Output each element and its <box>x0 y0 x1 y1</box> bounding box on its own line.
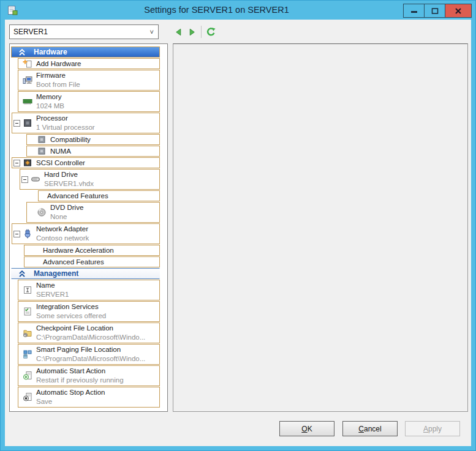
item-sublabel: Some services offered <box>36 311 106 321</box>
item-label: Automatic Stop Action <box>36 388 105 397</box>
memory-icon <box>23 97 32 106</box>
item-sublabel: SERVER1 <box>36 290 69 299</box>
sidebar-item-automatic-start-action[interactable]: Automatic Start Action Restart if previo… <box>18 365 160 386</box>
automatic-start-action-icon <box>23 371 32 381</box>
toolbar-separator <box>201 26 202 38</box>
item-label: DVD Drive <box>50 203 83 212</box>
checkpoint-file-location-icon <box>23 328 32 338</box>
item-sublabel: SERVER1.vhdx <box>44 179 94 188</box>
settings-window: Settings for SERVER1 on SERVER1 SERVER1 … <box>0 0 476 451</box>
item-label: Advanced Features <box>47 192 108 201</box>
server-selector[interactable]: SERVER1 ˅ <box>9 24 159 39</box>
name-icon <box>23 285 32 295</box>
item-label: Automatic Start Action <box>36 367 124 376</box>
sidebar-item-firmware[interactable]: Firmware Boot from File <box>18 70 160 91</box>
forward-arrow-icon <box>187 28 197 37</box>
settings-sidebar: Hardware Add Hardware Firmware <box>9 43 168 412</box>
item-label: Hard Drive <box>44 170 94 179</box>
collapse-expander-icon[interactable] <box>13 160 20 166</box>
settings-content-pane <box>173 43 468 412</box>
item-sublabel: None <box>50 212 83 222</box>
section-label: Management <box>34 269 78 278</box>
network-adapter-icon <box>23 229 32 239</box>
compatibility-icon <box>37 135 47 144</box>
maximize-icon <box>431 7 439 15</box>
automatic-stop-action-icon <box>23 392 32 402</box>
sidebar-item-name[interactable]: Name SERVER1 <box>18 280 160 300</box>
collapse-chevron-icon <box>19 270 25 277</box>
item-sublabel: Save <box>36 397 105 406</box>
server-selector-value: SERVER1 <box>13 28 48 36</box>
item-sublabel: C:\ProgramData\Microsoft\Windo... <box>36 354 145 363</box>
item-label: Checkpoint File Location <box>36 324 145 333</box>
refresh-icon <box>206 27 216 37</box>
item-sublabel: 1024 MB <box>36 102 64 111</box>
item-label: Name <box>36 281 69 290</box>
hard-drive-icon <box>31 174 40 184</box>
minimize-button[interactable] <box>403 4 425 18</box>
chevron-down-icon: ˅ <box>150 28 154 35</box>
item-sublabel: Restart if previously running <box>36 376 124 385</box>
sidebar-item-network-adapter[interactable]: Network Adapter Contoso network <box>12 223 160 244</box>
sidebar-item-advanced-features-network[interactable]: Advanced Features <box>24 256 160 267</box>
item-sublabel: 1 Virtual processor <box>36 123 95 132</box>
sidebar-item-integration-services[interactable]: Integration Services Some services offer… <box>18 301 160 322</box>
item-label: Smart Paging File Location <box>36 345 145 354</box>
item-sublabel: Contoso network <box>36 234 89 243</box>
titlebar: Settings for SERVER1 on SERVER1 <box>1 1 475 20</box>
scsi-controller-icon <box>23 158 32 168</box>
sidebar-item-hardware-acceleration[interactable]: Hardware Acceleration <box>24 245 160 256</box>
refresh-button[interactable] <box>204 25 217 39</box>
back-arrow-icon <box>174 28 183 37</box>
item-label: Advanced Features <box>43 258 104 267</box>
ok-button[interactable]: OK <box>279 421 334 436</box>
sidebar-item-dvd-drive[interactable]: DVD Drive None <box>26 202 160 223</box>
item-sublabel: C:\ProgramData\Microsoft\Windo... <box>36 333 145 342</box>
collapse-expander-icon[interactable] <box>21 176 28 183</box>
section-header-management[interactable]: Management <box>11 268 160 279</box>
section-label: Hardware <box>34 48 67 56</box>
sidebar-item-numa[interactable]: NUMA <box>26 146 160 157</box>
apply-button: Apply <box>405 421 460 436</box>
collapse-expander-icon[interactable] <box>13 231 20 237</box>
cancel-button[interactable]: Cancel <box>342 421 398 436</box>
sidebar-item-compatibility[interactable]: Compatibility <box>26 134 160 145</box>
close-icon <box>455 7 462 15</box>
item-label: Compatibility <box>50 135 91 144</box>
navigate-forward-button[interactable] <box>185 25 198 39</box>
window-title: Settings for SERVER1 on SERVER1 <box>37 1 396 20</box>
item-label: SCSI Controller <box>36 158 85 168</box>
close-button[interactable] <box>445 4 472 18</box>
item-label: Firmware <box>36 71 80 80</box>
sidebar-item-add-hardware[interactable]: Add Hardware <box>18 58 160 69</box>
collapse-expander-icon[interactable] <box>13 120 20 127</box>
sidebar-item-hard-drive[interactable]: Hard Drive SERVER1.vhdx <box>20 169 160 190</box>
sidebar-item-scsi-controller[interactable]: SCSI Controller <box>12 157 160 168</box>
sidebar-item-checkpoint-file-location[interactable]: Checkpoint File Location C:\ProgramData\… <box>18 322 160 343</box>
settings-dialog: SERVER1 ˅ Hardware <box>5 20 471 446</box>
sidebar-item-automatic-stop-action[interactable]: Automatic Stop Action Save <box>18 387 160 408</box>
item-sublabel: Boot from File <box>36 80 80 89</box>
item-label: Network Adapter <box>36 225 89 234</box>
firmware-icon <box>23 75 32 85</box>
numa-icon <box>37 146 47 156</box>
processor-icon <box>23 118 32 128</box>
integration-services-icon <box>23 307 32 316</box>
settings-app-icon <box>7 5 18 16</box>
item-label: Add Hardware <box>36 59 81 69</box>
maximize-button[interactable] <box>424 4 445 18</box>
navigation-bar <box>172 24 217 39</box>
item-label: Memory <box>36 92 64 102</box>
item-label: Processor <box>36 114 95 123</box>
sidebar-item-memory[interactable]: Memory 1024 MB <box>18 91 160 112</box>
item-label: NUMA <box>50 147 71 156</box>
item-label: Integration Services <box>36 302 106 311</box>
section-header-hardware[interactable]: Hardware <box>11 47 160 58</box>
collapse-chevron-icon <box>19 49 25 56</box>
navigate-back-button[interactable] <box>172 25 185 39</box>
sidebar-item-advanced-features-hard-drive[interactable]: Advanced Features <box>38 190 160 201</box>
sidebar-item-processor[interactable]: Processor 1 Virtual processor <box>12 113 160 133</box>
smart-paging-file-location-icon <box>23 349 32 359</box>
minimize-icon <box>410 7 418 15</box>
sidebar-item-smart-paging-file-location[interactable]: Smart Paging File Location C:\ProgramDat… <box>18 344 160 365</box>
